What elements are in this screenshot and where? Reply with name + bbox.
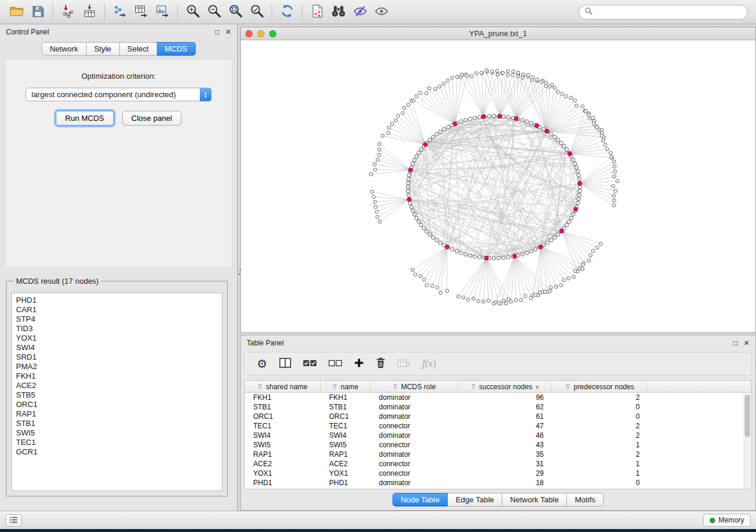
scrollbar-thumb[interactable] [745,395,750,437]
tab-network[interactable]: Network [42,42,87,56]
save-session-button[interactable] [27,2,49,21]
select-all-columns-button[interactable] [303,360,317,368]
table-cell: ORC1 [245,412,321,421]
table-cell: connector [371,460,458,468]
clear-values-button[interactable] [397,359,410,369]
mcds-result-item[interactable]: ORC1 [16,400,218,409]
memory-button[interactable]: Memory [703,514,751,527]
table-row[interactable]: SWI4SWI4dominator462 [245,431,751,440]
mcds-result-item[interactable]: CAR1 [16,305,218,315]
table-row[interactable]: SWI5SWI5connector431 [245,440,751,450]
table-row[interactable]: FKH1FKH1dominator962 [245,393,751,402]
network-canvas[interactable] [241,40,755,332]
tab-style[interactable]: Style [87,42,120,56]
table-row[interactable]: TEC1TEC1connector472 [245,421,751,431]
tab-mcds[interactable]: MCDS [157,42,196,56]
import-network-icon [61,4,75,20]
control-panel-tabs: NetworkStyleSelectMCDS [0,42,237,56]
open-file-button[interactable] [6,2,27,21]
mcds-result-item[interactable]: STB1 [16,419,218,428]
panel-splitter-handle[interactable]: ◂ ▸ [238,264,242,280]
mcds-result-item[interactable]: SRD1 [16,352,218,362]
table-cell: 61 [458,412,552,421]
mcds-result-item[interactable]: FKH1 [16,371,218,381]
mcds-result-item[interactable]: SWI5 [16,428,218,438]
delete-column-button[interactable] [376,357,385,370]
mcds-result-item[interactable]: YOX1 [16,334,218,343]
mcds-result-item[interactable]: SWI4 [16,343,218,352]
tab-network-table[interactable]: Network Table [502,493,567,507]
deselect-all-columns-button[interactable] [328,360,342,368]
global-search-input[interactable] [596,8,742,17]
close-panel-icon[interactable]: ✕ [225,28,231,36]
mcds-result-item[interactable]: TID3 [16,324,218,334]
search-network-button[interactable] [328,2,349,21]
import-table-button[interactable] [79,2,100,21]
tab-node-table[interactable]: Node Table [393,493,448,507]
show-all-button[interactable] [371,2,392,21]
table-cell: YOX1 [321,469,371,477]
table-row[interactable]: YOX1YOX1connector291 [245,469,751,478]
table-cell: 35 [458,450,552,459]
zoom-fit-button[interactable] [225,2,246,21]
float-panel-icon[interactable]: □ [733,339,738,347]
table-row[interactable]: STB1STB1dominator620 [245,402,751,412]
hide-selected-button[interactable] [349,2,371,21]
export-network-button[interactable] [109,2,130,21]
table-row[interactable]: ACE2ACE2connector311 [245,459,751,469]
export-image-button[interactable] [152,2,173,21]
import-network-button[interactable] [58,2,79,21]
table-row[interactable]: PHD1PHD1dominator180 [245,478,751,488]
column-header[interactable]: predecessor nodes [552,381,648,392]
table-row[interactable]: ORC1ORC1dominator610 [245,412,751,421]
table-cell: SWI4 [245,431,321,440]
global-search-field[interactable] [579,5,748,20]
table-settings-button[interactable]: ⚙ [257,358,267,370]
binoculars-icon [331,5,346,20]
mcds-result-item[interactable]: PHD1 [16,296,218,305]
eye-icon [374,5,389,20]
zoom-in-button[interactable] [182,2,203,21]
memory-status-icon [710,518,715,523]
apply-layout-button[interactable] [276,2,298,21]
tab-select[interactable]: Select [120,42,157,56]
mcds-result-item[interactable]: STP4 [16,315,218,324]
column-header[interactable]: shared name [245,381,321,392]
tab-motifs[interactable]: Motifs [567,493,604,507]
network-titlebar[interactable]: YPA_prune.txt_1 [241,27,755,40]
zoom-out-button[interactable] [203,2,225,21]
column-header[interactable]: name [321,381,371,392]
network-view-window: YPA_prune.txt_1 [240,27,756,333]
table-cell: 31 [458,460,552,468]
mcds-result-item[interactable]: GCR1 [16,447,218,457]
mcds-result-item[interactable]: ACE2 [16,381,218,390]
mcds-result-item[interactable]: PMA2 [16,362,218,371]
export-table-button[interactable] [130,2,152,21]
column-header-filler [648,381,751,392]
mcds-result-item[interactable]: STB5 [16,390,218,400]
close-panel-button[interactable]: Close panel [122,111,182,126]
criterion-dropdown[interactable]: largest connected component (undirected)… [25,88,212,101]
table-cell: connector [371,422,458,430]
column-header[interactable]: successor nodes∨ [458,381,552,392]
refresh-icon [280,4,295,20]
tab-edge-table[interactable]: Edge Table [448,493,502,507]
column-header[interactable]: MCDS role [371,381,458,392]
table-cell: RAP1 [245,450,321,459]
run-mcds-button[interactable]: Run MCDS [56,111,114,126]
function-builder-button[interactable]: f(x) [422,358,436,370]
mcds-result-item[interactable]: RAP1 [16,409,218,419]
table-cell: dominator [371,403,458,411]
show-task-history-button[interactable] [5,514,22,527]
float-panel-icon[interactable]: □ [215,28,219,36]
criterion-dropdown-value: largest connected component (undirected) [31,90,176,99]
zoom-selected-button[interactable] [246,2,267,21]
mcds-result-item[interactable]: TEC1 [16,438,218,447]
table-cell: SWI5 [321,441,371,449]
show-columns-button[interactable] [279,358,291,370]
table-row[interactable]: RAP1RAP1dominator352 [245,450,751,459]
create-column-button[interactable] [354,358,364,370]
copy-network-button[interactable] [307,2,328,21]
table-scrollbar[interactable] [744,393,751,488]
close-panel-icon[interactable]: ✕ [744,339,749,347]
